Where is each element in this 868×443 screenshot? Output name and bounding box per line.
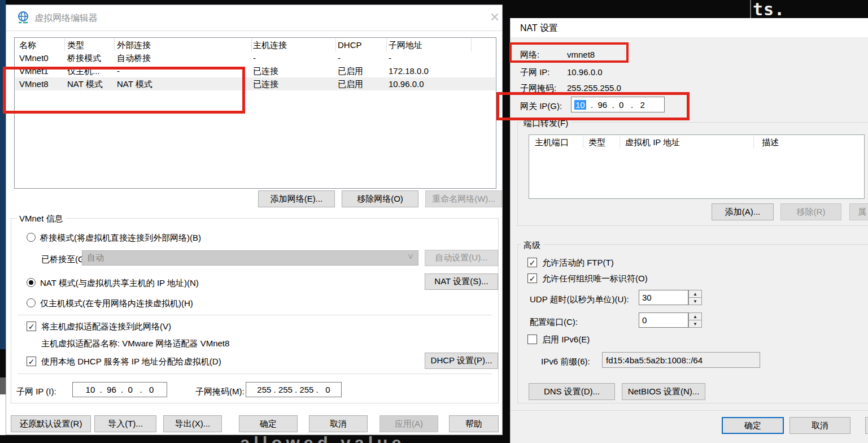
ipv6-prefix-value: fd15:4ba5:5a2b:1008::/64 (606, 355, 703, 365)
active-ftp-checkbox[interactable]: ✓ (527, 258, 537, 267)
subnet-ip-label: 子网 IP (I): (16, 386, 56, 397)
col-divider (335, 38, 336, 51)
hostonly-radio-label: 仅主机模式(在专用网络内连接虚拟机)(H) (40, 298, 193, 309)
vne-titlebar: 虚拟网络编辑器 ✕ (6, 5, 502, 31)
netbios-settings-button[interactable]: NetBIOS 设置(N)... (622, 383, 705, 400)
subnet-ip-value: 10 . 96 . 0 . 0 (86, 385, 154, 394)
config-port-label: 配置端口(C): (530, 316, 578, 327)
pf-properties-button[interactable]: 属 (849, 203, 868, 220)
vne-window-title: 虚拟网络编辑器 (34, 12, 98, 23)
side-strip-white (0, 394, 6, 435)
dhcp-checkbox[interactable]: ✓ (27, 357, 36, 366)
bridged-radio-label: 桥接模式(将虚拟机直接连接到外部网络)(B) (40, 232, 201, 243)
pf-col-type[interactable]: 类型 (588, 137, 605, 147)
chevron-down-icon: ˅ (408, 251, 413, 263)
config-port-spin-up[interactable]: ▲ (688, 312, 702, 320)
check-icon: ✓ (28, 322, 35, 331)
col-divider (386, 38, 387, 51)
annotation-gateway-field (496, 92, 690, 120)
port-forwarding-table: 主机端口 类型 虚拟机 IP 地址 描述 (529, 134, 865, 199)
check-icon: ✓ (529, 258, 536, 267)
ok-button[interactable]: 确定 (239, 415, 298, 432)
hostonly-radio[interactable] (27, 298, 36, 307)
col-header-type[interactable]: 类型 (67, 40, 84, 50)
nat-titlebar: NAT 设置 (511, 18, 868, 38)
pf-col-vm-ip[interactable]: 虚拟机 IP 地址 (625, 137, 680, 147)
col-header-name[interactable]: 名称 (19, 40, 36, 50)
col-header-dhcp[interactable]: DHCP (338, 40, 362, 50)
side-strip-navy (0, 0, 6, 349)
col-divider (583, 136, 583, 148)
table-row-vmnet0[interactable]: VMnet0 桥接模式 自动桥接 - - - (15, 51, 495, 64)
pf-remove-button[interactable]: 移除(R) (780, 203, 841, 220)
nat-mode-radio[interactable] (27, 278, 36, 287)
annotation-vmnet8-row (3, 67, 245, 114)
check-icon: ✓ (28, 357, 35, 366)
section-divider (18, 315, 492, 315)
rename-network-button[interactable]: 重命名网络(W)... (425, 190, 502, 207)
add-network-button[interactable]: 添加网络(E)... (258, 190, 335, 207)
help-button[interactable]: 帮助 (449, 415, 499, 432)
close-icon[interactable]: ✕ (487, 10, 502, 25)
nat-subnet-ip-label: 子网 IP: (520, 67, 550, 77)
cell-subnet: - (389, 53, 391, 63)
host-adapter-checkbox[interactable]: ✓ (27, 322, 36, 331)
auto-settings-button[interactable]: 自动设置(U)... (425, 250, 498, 266)
cell-dhcp: 已启用 (338, 79, 363, 89)
bridged-to-dropdown[interactable]: 自动 ˅ (82, 250, 418, 266)
config-port-value: 0 (642, 315, 647, 325)
terminal-divider (750, 0, 751, 18)
udp-spin-down[interactable]: ▼ (688, 297, 702, 305)
ipv6-checkbox[interactable] (527, 335, 537, 344)
cell-external: 自动桥接 (117, 53, 151, 63)
udp-timeout-input[interactable]: 30 (639, 290, 688, 305)
section-divider (18, 373, 492, 374)
side-strip-gray (0, 377, 6, 394)
udp-spin-up[interactable]: ▲ (688, 290, 702, 298)
cell-subnet: 172.18.0.0 (389, 66, 429, 76)
cell-subnet: 10.96.0.0 (389, 79, 424, 89)
dhcp-checkbox-label: 使用本地 DHCP 服务将 IP 地址分配给虚拟机(D) (41, 356, 221, 367)
config-port-input[interactable]: 0 (639, 312, 688, 328)
pf-add-button[interactable]: 添加(A)... (712, 203, 774, 220)
ipv6-checkbox-label: 启用 IPv6(E) (542, 334, 590, 345)
subnet-mask-value: 255 . 255 . 255 . 0 (257, 385, 330, 394)
cell-name: VMnet0 (19, 53, 49, 63)
dns-settings-button[interactable]: DNS 设置(D)... (529, 383, 615, 400)
col-header-subnet[interactable]: 子网地址 (389, 40, 422, 50)
subnet-mask-input[interactable]: 255 . 255 . 255 . 0 (246, 382, 342, 397)
ipv6-prefix-input[interactable]: fd15:4ba5:5a2b:1008::/64 (602, 352, 760, 368)
oui-label: 允许任何组织唯一标识符(O) (542, 273, 648, 284)
cell-dhcp: 已启用 (338, 66, 363, 76)
import-button[interactable]: 导入(T)... (94, 415, 156, 432)
udp-timeout-value: 30 (642, 293, 652, 302)
nat-clipped-button[interactable] (865, 417, 868, 434)
export-button[interactable]: 导出(X)... (163, 415, 222, 432)
nat-settings-button[interactable]: NAT 设置(S)... (425, 273, 498, 290)
restore-defaults-button[interactable]: 还原默认设置(R) (11, 415, 91, 432)
dhcp-settings-button[interactable]: DHCP 设置(P)... (425, 353, 498, 369)
col-divider (471, 38, 472, 51)
nat-window-title: NAT 设置 (520, 23, 558, 33)
remove-network-button[interactable]: 移除网络(O) (342, 190, 418, 207)
advanced-group-label: 高级 (521, 240, 543, 250)
annotation-network-field (509, 42, 629, 63)
subnet-ip-input[interactable]: 10 . 96 . 0 . 0 (72, 382, 167, 397)
col-divider (753, 136, 754, 148)
check-icon: ✓ (529, 274, 536, 283)
nat-cancel-button[interactable]: 取消 (790, 417, 850, 434)
config-port-spin-down[interactable]: ▼ (688, 320, 702, 328)
col-divider (620, 136, 620, 148)
apply-button[interactable]: 应用(A) (380, 415, 438, 432)
cell-host: 已连接 (253, 66, 278, 76)
oui-checkbox[interactable]: ✓ (527, 273, 537, 283)
pf-col-host-port[interactable]: 主机端口 (535, 137, 569, 147)
cancel-button[interactable]: 取消 (309, 415, 368, 432)
cell-host: 已连接 (253, 79, 278, 89)
pf-col-description[interactable]: 描述 (762, 137, 779, 147)
nat-ok-button[interactable]: 确定 (722, 417, 784, 434)
col-header-external[interactable]: 外部连接 (117, 40, 151, 50)
bridged-radio[interactable] (27, 233, 36, 242)
footer-divider (511, 410, 868, 411)
col-header-host[interactable]: 主机连接 (253, 40, 287, 50)
